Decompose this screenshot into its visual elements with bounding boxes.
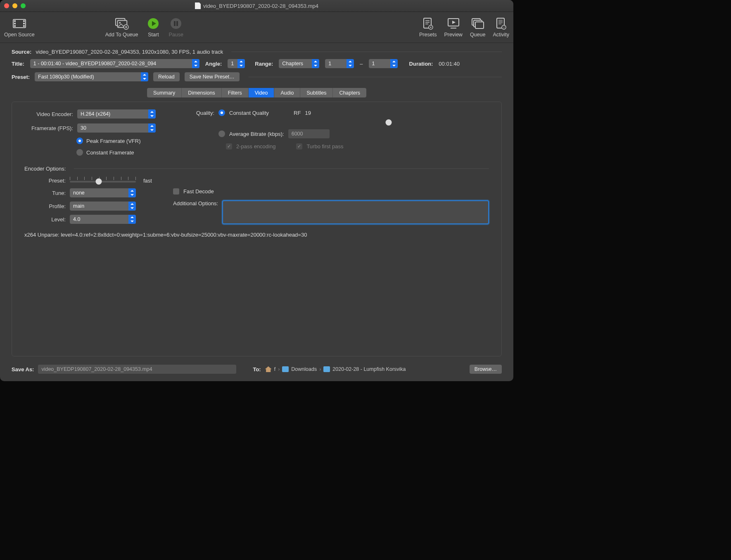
pause-icon (169, 17, 183, 30)
svg-point-20 (430, 27, 432, 28)
titlebar: video_BYEDP190807_2020-02-28_094353.mp4 (0, 0, 513, 12)
range-mode-select[interactable]: Chapters (279, 59, 319, 68)
path-folder[interactable]: 2020-02-28 - Lumpfish Korsvika (332, 366, 406, 372)
tab-summary[interactable]: Summary (147, 88, 182, 97)
content-area: Source: video_BYEDP190807_2020-02-28_094… (0, 43, 513, 361)
window-title: video_BYEDP190807_2020-02-28_094353.mp4 (203, 3, 318, 9)
tab-audio[interactable]: Audio (274, 88, 300, 97)
document-info-icon: i (494, 17, 508, 30)
tab-subtitles[interactable]: Subtitles (300, 88, 333, 97)
video-panel: Video Encoder: H.264 (x264) Framerate (F… (12, 102, 502, 356)
turbo-label: Turbo first pass (306, 143, 343, 149)
framerate-select[interactable]: 30 (77, 123, 156, 133)
svg-rect-14 (176, 21, 178, 26)
save-new-preset-button[interactable]: Save New Preset… (185, 72, 240, 81)
browse-button[interactable]: Browse… (470, 365, 502, 374)
encoder-label: Video Encoder: (24, 111, 73, 117)
profile-select[interactable]: main (70, 202, 136, 211)
tabs: Summary Dimensions Filters Video Audio S… (12, 88, 502, 97)
presets-button[interactable]: Presets (419, 17, 437, 38)
framerate-label: Framerate (FPS): (24, 125, 73, 131)
duration-label: Duration: (409, 61, 433, 67)
fast-decode-checkbox[interactable] (173, 188, 179, 195)
images-stack-icon (471, 17, 485, 30)
path-downloads[interactable]: Downloads (291, 366, 317, 372)
tab-chapters[interactable]: Chapters (333, 88, 366, 97)
level-label: Level: (24, 216, 66, 223)
save-as-input[interactable] (38, 365, 236, 374)
file-icon (195, 2, 201, 9)
close-button[interactable] (4, 3, 9, 8)
preset-speed-value: fast (143, 178, 152, 184)
tab-dimensions[interactable]: Dimensions (182, 88, 221, 97)
range-label: Range: (255, 61, 273, 67)
duration-value: 00:01:40 (439, 61, 460, 67)
peak-framerate-label: Peak Framerate (VFR) (86, 138, 140, 144)
source-row: Source: video_BYEDP190807_2020-02-28_094… (12, 49, 502, 55)
level-select[interactable]: 4.0 (70, 215, 136, 224)
additional-options-label: Additional Options: (173, 200, 218, 206)
source-label: Source: (12, 49, 31, 55)
range-start-select[interactable]: 1 (325, 59, 354, 68)
save-as-label: Save As: (12, 366, 34, 373)
toolbar: Open Source Add To Queue Start Pause (0, 12, 513, 43)
enc-preset-label: Preset: (24, 178, 66, 184)
title-row: Title: 1 - 00:01:40 - video_BYEDP190807_… (12, 59, 502, 68)
to-label: To: (253, 366, 261, 373)
range-end-select[interactable]: 1 (369, 59, 398, 68)
title-select[interactable]: 1 - 00:01:40 - video_BYEDP190807_2020-02… (30, 59, 199, 68)
svg-rect-1 (14, 20, 16, 22)
footer: Save As: To: f › Downloads › 2020-02-28 … (0, 361, 513, 381)
fast-decode-label: Fast Decode (183, 188, 214, 195)
constant-framerate-radio[interactable] (76, 149, 83, 156)
reload-button[interactable]: Reload (153, 72, 180, 81)
chevron-icon: › (278, 366, 280, 372)
rf-slider[interactable] (222, 121, 489, 122)
constant-framerate-label: Constant Framerate (86, 149, 134, 156)
svg-rect-25 (475, 22, 484, 28)
rf-value: 19 (305, 110, 311, 116)
two-pass-checkbox (226, 143, 232, 149)
film-icon (12, 17, 26, 30)
preset-select[interactable]: Fast 1080p30 (Modified) (35, 72, 148, 81)
avg-bitrate-label: Average Bitrate (kbps): (229, 131, 284, 137)
queue-button[interactable]: Queue (470, 17, 486, 38)
additional-options-input[interactable] (222, 200, 489, 224)
activity-button[interactable]: i Activity (493, 17, 509, 38)
two-pass-label: 2-pass encoding (236, 143, 275, 149)
open-source-button[interactable]: Open Source (4, 17, 35, 38)
preset-speed-slider[interactable] (70, 177, 136, 184)
title-label: Title: (12, 61, 24, 67)
avg-bitrate-radio[interactable] (218, 131, 225, 137)
document-gear-icon (421, 17, 435, 30)
svg-point-12 (171, 18, 181, 29)
tune-select[interactable]: none (70, 188, 136, 197)
svg-rect-4 (23, 20, 25, 22)
start-button[interactable]: Start (146, 17, 160, 38)
maximize-button[interactable] (21, 3, 26, 8)
svg-rect-6 (23, 25, 25, 27)
breadcrumb: f › Downloads › 2020-02-28 - Lumpfish Ko… (265, 366, 406, 372)
preview-button[interactable]: Preview (444, 17, 462, 38)
add-to-queue-button[interactable]: Add To Queue (105, 17, 138, 38)
path-user[interactable]: f (274, 366, 275, 372)
monitor-play-icon (446, 17, 460, 30)
svg-text:i: i (503, 26, 504, 29)
minimize-button[interactable] (12, 3, 17, 8)
svg-rect-3 (14, 25, 16, 27)
tab-video[interactable]: Video (249, 88, 275, 97)
quality-label: Quality: (194, 110, 214, 116)
app-window: video_BYEDP190807_2020-02-28_094353.mp4 … (0, 0, 513, 381)
svg-rect-13 (174, 21, 176, 26)
angle-select[interactable]: 1 (228, 59, 245, 68)
chevron-icon: › (319, 366, 321, 372)
turbo-checkbox (296, 143, 302, 149)
folder-icon (282, 366, 289, 372)
encoder-select[interactable]: H.264 (x264) (77, 109, 156, 119)
svg-rect-2 (14, 23, 16, 24)
rf-label: RF (294, 110, 301, 116)
pause-button: Pause (169, 17, 183, 38)
constant-quality-radio[interactable] (218, 109, 225, 116)
tab-filters[interactable]: Filters (222, 88, 249, 97)
peak-framerate-radio[interactable] (76, 138, 83, 144)
